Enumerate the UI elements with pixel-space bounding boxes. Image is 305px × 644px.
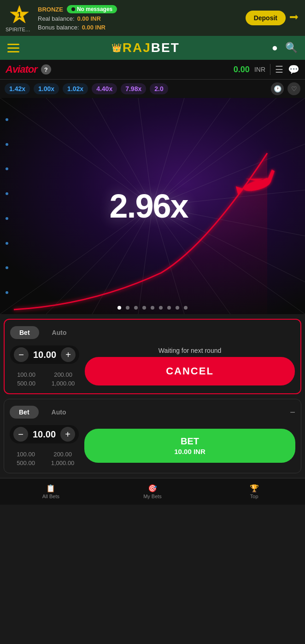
page-dot-4[interactable]: [151, 306, 154, 310]
mult-badge-5[interactable]: 2.0: [150, 83, 168, 94]
quick-amounts-2: 100.00 200.00 500.00 1,000.00: [10, 451, 79, 466]
menu-lines-icon[interactable]: ☰: [275, 64, 283, 75]
amount-section-1: − 10.00 + 100.00 200.00 500.00 1,000.00: [10, 345, 79, 387]
game-canvas: 2.96x: [0, 98, 305, 314]
hamburger-menu[interactable]: [7, 44, 19, 52]
page-dot-5[interactable]: [159, 306, 163, 310]
bet-controls-1: − 10.00 + 100.00 200.00 500.00 1,000.00 …: [10, 345, 295, 387]
top-bar: 1 SPIRITED_C... BRONZE No messages Real …: [0, 0, 305, 36]
bet-tab-2[interactable]: Bet: [10, 406, 39, 419]
tab-all-bets[interactable]: 📋 All Bets: [0, 482, 102, 501]
nav-icons: ● 🔍: [272, 42, 298, 54]
cancel-button[interactable]: CANCEL: [85, 357, 295, 385]
crown-icon: 👑: [111, 43, 122, 53]
quick-500-2[interactable]: 500.00: [10, 460, 42, 466]
mult-badge-2[interactable]: 1.02x: [63, 83, 88, 94]
svg-marker-21: [236, 184, 245, 195]
real-balance: 0.00 INR: [77, 15, 101, 22]
bet-amount: 10.00 INR: [174, 447, 205, 456]
page-dot-2[interactable]: [134, 306, 138, 310]
amount-value-2: 10.00: [33, 429, 56, 440]
quick-500-1[interactable]: 500.00: [10, 380, 42, 387]
action-section-1: Waiting for next round CANCEL: [85, 347, 295, 385]
game-header-right: 0.00 INR ☰ 💬: [234, 64, 299, 75]
login-icon[interactable]: ⮕: [289, 12, 299, 24]
chat-icon[interactable]: 💬: [288, 64, 299, 75]
decrease-btn-2[interactable]: −: [13, 427, 28, 442]
auto-tab-2[interactable]: Auto: [42, 406, 76, 419]
tab-my-bets[interactable]: 🎯 My Bets: [102, 482, 204, 501]
bottom-bar: 📋 All Bets 🎯 My Bets 🏆 Top: [0, 478, 305, 505]
collapse-btn[interactable]: −: [290, 408, 295, 417]
mult-badge-4[interactable]: 7.98x: [121, 83, 146, 94]
bet-label: BET: [181, 435, 199, 447]
page-dot-8[interactable]: [184, 306, 188, 310]
mult-badge-1[interactable]: 1.00x: [34, 83, 59, 94]
amount-control-1: − 10.00 +: [10, 345, 79, 364]
aviator-logo: Aviator: [6, 63, 37, 75]
page-dot-6[interactable]: [167, 306, 171, 310]
real-balance-label: Real balance:: [38, 15, 75, 22]
page-dot-0[interactable]: [117, 306, 121, 310]
mult-badge-0[interactable]: 1.42x: [5, 83, 30, 94]
game-balance: 0.00: [234, 65, 250, 75]
nav-logo: 👑 RAJBET: [19, 40, 272, 55]
username: SPIRITED_C...: [6, 27, 33, 32]
bonus-balance-label: Bonus balance:: [38, 24, 79, 31]
bet-button[interactable]: BET 10.00 INR: [84, 429, 295, 463]
quick-1000-1[interactable]: 1,000.00: [47, 380, 79, 387]
divider: [270, 64, 270, 75]
history-icon[interactable]: 🕐: [271, 82, 284, 95]
nav-bar: 👑 RAJBET ● 🔍: [0, 36, 305, 60]
logo-bet: BET: [151, 40, 180, 55]
quick-200-2[interactable]: 200.00: [47, 451, 79, 458]
amount-value-1: 10.00: [33, 350, 56, 360]
amount-section-2: − 10.00 + 100.00 200.00 500.00 1,000.00: [10, 425, 79, 466]
amount-control-2: − 10.00 +: [10, 425, 79, 443]
star-number: 1: [18, 11, 22, 19]
mult-badge-3[interactable]: 4.40x: [92, 83, 117, 94]
bet-panel-1: Bet Auto − 10.00 + 100.00 200.00 500.00 …: [4, 319, 301, 394]
tab-top[interactable]: 🏆 Top: [203, 482, 305, 501]
all-bets-icon: 📋: [46, 484, 55, 493]
all-bets-label: All Bets: [42, 494, 59, 499]
y-axis-dots: [6, 98, 8, 314]
bonus-balance: 0.00 INR: [82, 24, 106, 31]
help-icon[interactable]: ?: [41, 64, 51, 75]
quick-200-1[interactable]: 200.00: [47, 371, 79, 378]
current-multiplier: 2.96x: [109, 187, 188, 225]
bet-tab-1[interactable]: Bet: [10, 326, 39, 339]
quick-100-1[interactable]: 100.00: [10, 371, 42, 378]
increase-btn-1[interactable]: +: [61, 347, 76, 362]
page-dot-1[interactable]: [126, 306, 129, 310]
top-bar-actions: Deposit ⮕: [246, 11, 299, 25]
increase-btn-2[interactable]: +: [60, 427, 75, 442]
decrease-btn-1[interactable]: −: [14, 347, 29, 362]
quick-amounts-1: 100.00 200.00 500.00 1,000.00: [10, 371, 79, 387]
favorite-icon[interactable]: ♡: [287, 82, 300, 95]
multiplier-row: 1.42x 1.00x 1.02x 4.40x 7.98x 2.0 🕐 ♡: [0, 80, 305, 98]
notification-icon[interactable]: ●: [272, 42, 278, 54]
my-bets-icon: 🎯: [148, 484, 157, 493]
game-balance-unit: INR: [254, 66, 265, 73]
user-info: 1 SPIRITED_C...: [6, 4, 33, 32]
game-header: Aviator ? 0.00 INR ☰ 💬: [0, 60, 305, 80]
star-badge: 1: [8, 4, 30, 26]
carousel-dots: [0, 306, 305, 310]
auto-tab-1[interactable]: Auto: [43, 326, 76, 339]
action-section-2: BET 10.00 INR: [84, 429, 295, 463]
top-icon: 🏆: [250, 484, 259, 493]
bet-controls-2: − 10.00 + 100.00 200.00 500.00 1,000.00 …: [10, 425, 295, 466]
deposit-button[interactable]: Deposit: [246, 11, 286, 25]
balance-info: BRONZE No messages Real balance: 0.00 IN…: [38, 5, 241, 31]
page-dot-3[interactable]: [142, 306, 146, 310]
quick-100-2[interactable]: 100.00: [10, 451, 42, 458]
tier-label: BRONZE: [38, 6, 63, 13]
page-dot-7[interactable]: [176, 306, 179, 310]
search-icon[interactable]: 🔍: [285, 42, 298, 54]
top-label: Top: [250, 494, 258, 499]
logo-raj: RAJ: [123, 40, 151, 55]
mult-controls: 🕐 ♡: [271, 82, 300, 95]
bet-panel-2: Bet Auto − − 10.00 + 100.00 200.00 500.0…: [4, 399, 301, 473]
quick-1000-2[interactable]: 1,000.00: [47, 460, 79, 466]
